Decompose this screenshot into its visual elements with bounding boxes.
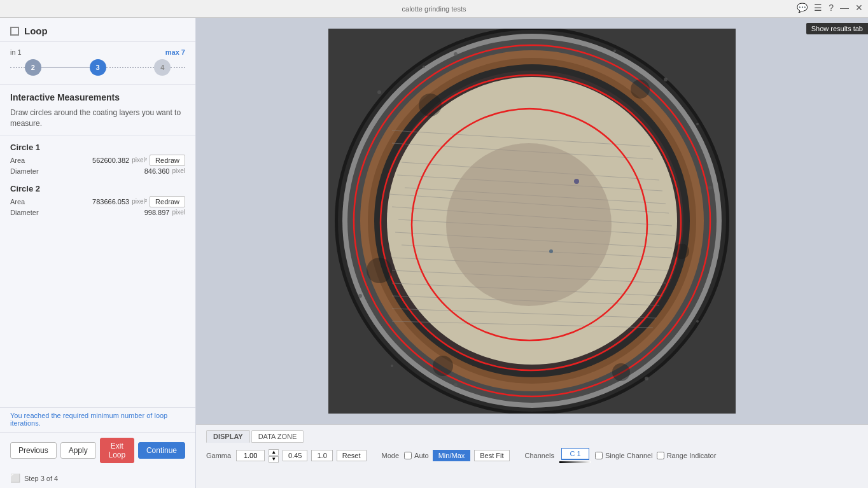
chat-icon[interactable]: 💬 [797,3,808,13]
circle-1-diameter-unit: pixel [172,167,185,174]
apply-button[interactable]: Apply [60,442,96,459]
circle-2-block: Circle 2 Area 783666.053 pixel² Redraw D… [10,184,185,216]
loop-checkbox[interactable] [10,27,19,36]
step-node-3[interactable]: 3 [90,59,106,76]
svg-point-30 [454,52,458,56]
gamma-up-button[interactable]: ▲ [269,449,279,456]
circle-1-diameter-value: 846.360 [144,167,170,175]
app-title: calotte grinding tests [402,5,466,13]
mode-bestfit-button[interactable]: Best Fit [474,450,509,461]
circle-1-diameter-label: Diameter [10,167,39,175]
circle-2-diameter-value-wrap: 998.897 pixel [144,209,185,216]
step-node-2[interactable]: 2 [25,59,41,76]
continue-button[interactable]: Continue [138,442,185,459]
tab-display[interactable]: DISPLAY [206,430,250,443]
svg-point-50 [367,258,392,283]
mode-auto-checkbox[interactable] [404,452,412,459]
svg-point-47 [419,94,442,116]
circle-1-area-value-wrap: 562600.382 pixel² Redraw [92,155,185,166]
range-indicator-checkbox[interactable] [657,452,664,459]
circle-2-area-unit: pixel² [132,198,147,205]
step-indicator: ⬜ Step 3 of 4 [0,470,195,488]
image-container[interactable]: Show results tab [196,18,868,424]
circle-2-diameter-label: Diameter [10,209,39,216]
svg-point-32 [664,78,668,81]
circle-2-diameter-unit: pixel [172,209,185,216]
circle-2-redraw-button[interactable]: Redraw [150,196,185,207]
gamma-group: Gamma ▲ ▼ 0.45 1.0 Reset [206,449,367,463]
gamma-down-button[interactable]: ▼ [269,456,279,463]
top-bar-icons: 💬 ☰ ? — ✕ [797,3,863,13]
minimize-icon[interactable]: — [840,3,849,13]
measurements-title: Interactive Measurements [10,92,185,102]
circle-1-diameter-value-wrap: 846.360 pixel [144,167,185,175]
circle-2-title: Circle 2 [10,184,185,193]
microscope-svg [328,29,736,414]
mode-minmax-button[interactable]: Min/Max [433,450,471,461]
exit-loop-button[interactable]: Exit Loop [100,438,134,463]
mode-auto-text: Auto [414,452,429,459]
single-channel-checkbox[interactable] [595,452,603,459]
svg-point-51 [433,356,453,376]
gamma-045-button[interactable]: 0.45 [283,450,307,461]
gamma-10-button[interactable]: 1.0 [311,450,332,461]
measurements-section: Interactive Measurements Draw circles ar… [0,85,195,136]
svg-point-33 [696,123,699,125]
svg-point-49 [674,244,689,259]
stepper-max: max 7 [165,48,185,56]
circle-2-area-value-wrap: 783666.053 pixel² Redraw [92,196,185,207]
step-line-1 [41,67,90,68]
circle-1-block: Circle 1 Area 562600.382 pixel² Redraw D… [10,143,185,175]
previous-button[interactable]: Previous [10,442,57,459]
top-bar: calotte grinding tests 💬 ☰ ? — ✕ [0,0,868,18]
circle-1-title: Circle 1 [10,143,185,152]
loop-header: Loop [0,18,195,42]
circle-1-redraw-button[interactable]: Redraw [150,155,185,166]
mode-group: Mode Auto Min/Max Best Fit [382,450,510,461]
stepper-labels: in 1 max 7 [10,48,185,56]
step-indicator-text: Step 3 of 4 [24,475,58,482]
circle-2-diameter-row: Diameter 998.897 pixel [10,209,185,216]
close-icon[interactable]: ✕ [855,3,863,13]
circle-1-diameter-row: Diameter 846.360 pixel [10,167,185,175]
mode-label: Mode [382,452,400,459]
svg-point-41 [696,320,699,323]
single-channel-text: Single Channel [605,452,653,459]
circle-2-area-row: Area 783666.053 pixel² Redraw [10,196,185,207]
svg-point-36 [358,294,362,298]
circles-section: Circle 1 Area 562600.382 pixel² Redraw D… [0,136,195,407]
svg-point-34 [708,186,712,190]
controls-row: Gamma ▲ ▼ 0.45 1.0 Reset Mode Auto Min/M… [206,448,858,463]
help-icon[interactable]: ? [829,3,834,13]
menu-icon[interactable]: ☰ [814,3,822,13]
svg-point-27 [446,143,612,306]
stepper-min: in 1 [10,48,22,56]
bottom-buttons: Previous Apply Exit Loop Continue [0,432,195,470]
tab-data-zone[interactable]: DATA ZONE [251,430,304,443]
channel-c1-button[interactable]: C 1 [561,448,589,460]
svg-point-43 [549,249,553,253]
range-indicator-text: Range Indicator [667,452,717,459]
svg-point-31 [613,50,616,52]
circle-1-area-row: Area 562600.382 pixel² Redraw [10,155,185,166]
step-line-2 [106,67,155,68]
range-indicator-label: Range Indicator [657,452,717,459]
svg-point-40 [645,377,648,380]
show-results-tab[interactable]: Show results tab [806,23,868,34]
step-line-post [171,67,185,68]
circle-2-area-value: 783666.053 [92,198,129,206]
status-message: You reached the required minimum number … [0,407,195,432]
single-channel-label: Single Channel [595,452,653,459]
stepper-track: 2 3 4 [10,59,185,76]
circle-2-area-label: Area [10,198,25,206]
channels-group: Channels C 1 Single Channel Range Indica… [525,448,717,463]
gamma-input[interactable] [236,450,265,461]
mode-auto-label: Auto [404,452,429,459]
step-icon: ⬜ [10,473,20,483]
svg-point-52 [612,363,630,381]
step-node-4[interactable]: 4 [154,59,171,76]
circle-1-area-unit: pixel² [132,157,147,164]
microscope-image [328,29,736,414]
gamma-reset-button[interactable]: Reset [337,450,367,461]
loop-label: Loop [24,25,48,36]
